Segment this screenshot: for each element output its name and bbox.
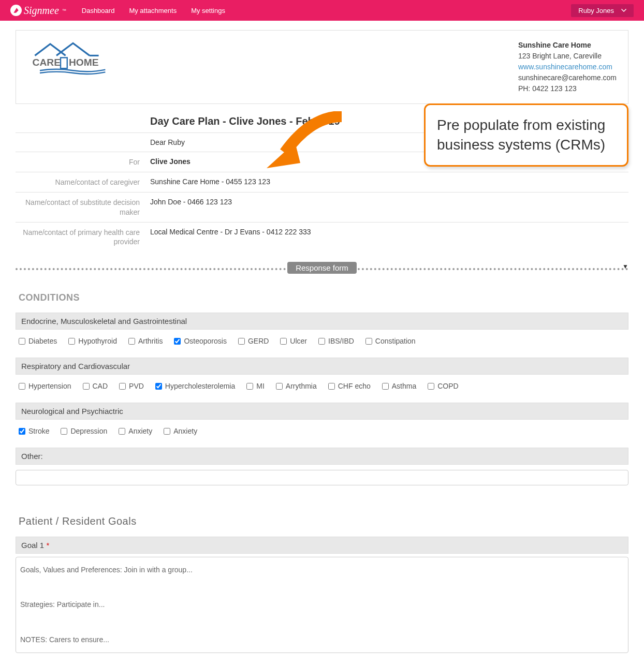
condition-checkbox[interactable]	[83, 383, 90, 390]
condition-checkbox[interactable]	[68, 338, 75, 345]
topbar: Signmee ™ Dashboard My attachments My se…	[0, 0, 644, 21]
org-name: Sunshine Care Home	[518, 40, 617, 51]
condition-checkbox[interactable]	[365, 338, 372, 345]
svg-text:CARE: CARE	[33, 57, 61, 68]
condition-item[interactable]: CAD	[83, 382, 108, 390]
condition-checkbox[interactable]	[174, 338, 181, 345]
caregiver-label: Name/contact of caregiver	[16, 177, 150, 187]
primary-label: Name/contact of primary health care prov…	[16, 228, 150, 246]
condition-checkbox[interactable]	[428, 383, 434, 390]
condition-item[interactable]: Arrythmia	[276, 382, 317, 390]
substitute-row: Name/contact of substitute decision make…	[16, 192, 628, 222]
org-logo: CARE HOME	[27, 40, 110, 94]
condition-item[interactable]: Hypercholesterolemia	[155, 382, 235, 390]
condition-item[interactable]: MI	[246, 382, 265, 390]
condition-section-header: Neurological and Psychiactric	[16, 403, 628, 420]
condition-item[interactable]: IBS/IBD	[318, 337, 354, 345]
caregiver-value: Sunshine Care Home - 0455 123 123	[150, 177, 628, 187]
condition-label: Hypertension	[28, 382, 71, 390]
org-email: sunshinecare@carehome.com	[518, 72, 617, 83]
response-divider: Response form ▼	[16, 262, 628, 274]
condition-section-header: Respiratory and Cardiovascular	[16, 358, 628, 375]
condition-label: Asthma	[392, 382, 416, 390]
org-header-card: CARE HOME Sunshine Care Home 123 Bright …	[16, 30, 628, 104]
condition-checkbox[interactable]	[238, 338, 245, 345]
condition-label: CHF echo	[338, 382, 371, 390]
condition-checkbox[interactable]	[119, 428, 125, 435]
conditions-heading: CONDITIONS	[19, 292, 628, 303]
condition-item[interactable]: PVD	[119, 382, 144, 390]
condition-checkbox[interactable]	[155, 383, 162, 390]
org-website[interactable]: www.sunshinecarehome.com	[518, 63, 612, 71]
goal1-header: Goal 1 *	[16, 537, 628, 554]
condition-checkbox[interactable]	[328, 383, 335, 390]
condition-checkbox[interactable]	[119, 383, 126, 390]
condition-item[interactable]: Stroke	[19, 427, 49, 435]
main-nav: Dashboard My attachments My settings	[82, 7, 225, 14]
condition-item[interactable]: Anxiety	[119, 427, 152, 435]
nav-dashboard[interactable]: Dashboard	[82, 7, 115, 14]
nav-attachments[interactable]: My attachments	[129, 7, 177, 14]
org-address: 123 Bright Lane, Careville	[518, 51, 617, 62]
user-name: Ruby Jones	[578, 7, 614, 14]
chevron-down-icon	[621, 7, 626, 14]
condition-label: Depression	[70, 427, 107, 435]
other-input[interactable]	[16, 470, 628, 485]
condition-checkbox[interactable]	[19, 383, 25, 390]
substitute-label: Name/contact of substitute decision make…	[16, 198, 150, 216]
condition-item[interactable]: Hypertension	[19, 382, 71, 390]
condition-label: MI	[256, 382, 265, 390]
goal1-textarea[interactable]	[16, 557, 628, 653]
brand-tm: ™	[62, 8, 66, 13]
condition-checkbox[interactable]	[276, 383, 283, 390]
condition-checkbox[interactable]	[61, 428, 67, 435]
condition-checkbox[interactable]	[318, 338, 325, 345]
nav-settings[interactable]: My settings	[191, 7, 225, 14]
condition-item[interactable]: Diabetes	[19, 337, 57, 345]
condition-label: CAD	[93, 382, 108, 390]
condition-item[interactable]: Asthma	[382, 382, 416, 390]
condition-item[interactable]: Arthritis	[128, 337, 163, 345]
condition-label: Osteoporosis	[184, 337, 226, 345]
condition-label: Constipation	[375, 337, 416, 345]
primary-row: Name/contact of primary health care prov…	[16, 223, 628, 251]
condition-item[interactable]: CHF echo	[328, 382, 371, 390]
condition-checkbox[interactable]	[382, 383, 389, 390]
condition-item[interactable]: GERD	[238, 337, 269, 345]
condition-item[interactable]: COPD	[428, 382, 458, 390]
condition-item[interactable]: Ulcer	[280, 337, 307, 345]
callout-arrow-icon	[264, 111, 347, 185]
user-menu[interactable]: Ruby Jones	[571, 4, 634, 17]
divider-badge: Response form	[287, 262, 357, 274]
condition-item[interactable]: Osteoporosis	[174, 337, 226, 345]
org-phone: PH: 0422 123 123	[518, 83, 617, 94]
brand-logo: Signmee ™	[10, 5, 66, 17]
condition-checkbox[interactable]	[280, 338, 287, 345]
condition-section-header: Endocrine, Musculoskeletal and Gastroint…	[16, 313, 628, 330]
condition-label: Hypercholesterolemia	[165, 382, 235, 390]
brand-name: Signmee	[24, 5, 59, 17]
other-subsection: Other:	[16, 448, 628, 465]
svg-text:HOME: HOME	[69, 57, 99, 68]
condition-label: GERD	[248, 337, 269, 345]
condition-label: Anxiety	[128, 427, 152, 435]
condition-item[interactable]: Depression	[61, 427, 107, 435]
condition-checkbox[interactable]	[19, 338, 25, 345]
callout-box: Pre populate from existing business syst…	[424, 103, 628, 167]
condition-label: Arrythmia	[286, 382, 317, 390]
condition-checkbox[interactable]	[128, 338, 135, 345]
condition-label: Ulcer	[290, 337, 307, 345]
condition-checkbox[interactable]	[19, 428, 25, 435]
condition-checkbox[interactable]	[164, 428, 170, 435]
primary-value: Local Medical Centre - Dr J Evans - 0412…	[150, 228, 628, 246]
collapse-arrow-icon[interactable]: ▼	[622, 263, 628, 270]
substitute-value: John Doe - 0466 123 123	[150, 198, 628, 216]
condition-row: StrokeDepressionAnxietyAnxiety	[16, 420, 628, 442]
condition-checkbox[interactable]	[246, 383, 253, 390]
condition-item[interactable]: Constipation	[365, 337, 416, 345]
goals-heading: Patient / Resident Goals	[19, 515, 628, 527]
condition-item[interactable]: Anxiety	[164, 427, 197, 435]
condition-item[interactable]: Hypothyroid	[68, 337, 117, 345]
condition-row: DiabetesHypothyroidArthritisOsteoporosis…	[16, 330, 628, 352]
required-marker: *	[46, 541, 49, 550]
